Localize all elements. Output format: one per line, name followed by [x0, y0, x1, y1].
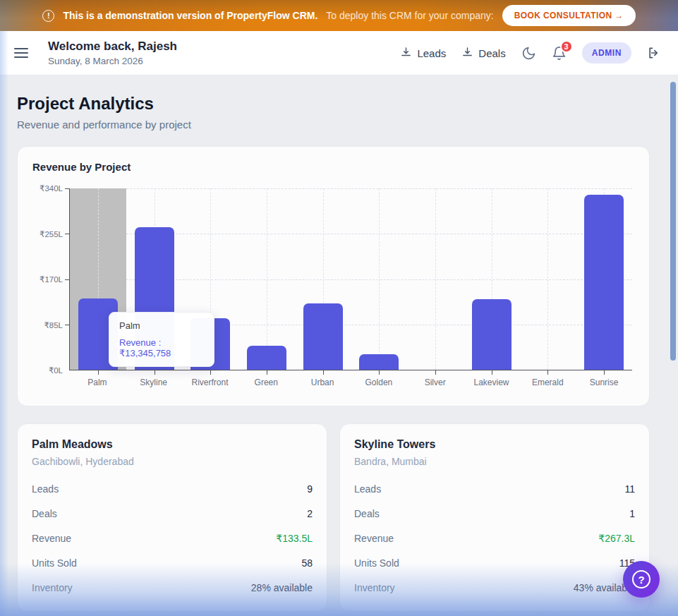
scrollbar-thumb[interactable] [670, 82, 676, 361]
x-tick-label: Skyline [126, 378, 182, 387]
demo-banner: ! This is a demonstration version of Pro… [0, 0, 678, 31]
logout-icon [647, 46, 661, 60]
stat-row-leads: Leads 9 [32, 480, 313, 498]
x-tick-label: Golden [351, 378, 407, 387]
chart-band-green [238, 188, 295, 370]
question-mark-icon: ? [632, 570, 650, 588]
stat-row-revenue: Revenue ₹133.5L [32, 529, 313, 548]
stat-row-deals: Deals 1 [354, 505, 635, 523]
chart-band-sunrise [576, 188, 632, 370]
project-name: Skyline Towers [354, 438, 635, 451]
main-content: Project Analytics Revenue and performanc… [0, 76, 678, 616]
project-location: Gachibowli, Hyderabad [32, 456, 313, 467]
stat-row-units-sold: Units Sold 58 [32, 554, 313, 572]
menu-icon[interactable] [14, 43, 34, 63]
page-subtitle: Revenue and performance by project [17, 119, 650, 131]
logout-button[interactable] [647, 46, 661, 60]
chart-band-lakeview [464, 188, 520, 370]
x-tick-label: Emerald [519, 378, 576, 387]
stat-row-leads: Leads 11 [354, 480, 635, 498]
chart-y-axis: ₹0L ₹85L ₹170L ₹255L ₹340L [32, 188, 69, 370]
revenue-chart-card: Revenue by Project ₹0L ₹85L ₹170L ₹255L … [17, 146, 650, 406]
x-tick-label: Sunrise [576, 378, 632, 387]
stat-row-deals: Deals 2 [32, 505, 313, 523]
x-tick-label: Urban [294, 378, 351, 387]
chart-band-emerald [520, 188, 576, 370]
banner-message: To deploy this CRM for your company: [326, 10, 493, 21]
notification-count-badge: 3 [560, 40, 573, 53]
x-tick-label: Palm [69, 378, 126, 387]
chart-band-silver [407, 188, 464, 370]
stat-row-units-sold: Units Sold 115 [354, 554, 635, 572]
chart-plot: Palm Revenue : ₹13,345,758 [69, 188, 632, 370]
help-button[interactable]: ? [623, 561, 660, 598]
bar-lakeview[interactable] [472, 299, 511, 370]
project-location: Bandra, Mumbai [354, 456, 635, 467]
x-tick-label: Riverfront [182, 378, 238, 387]
chart-x-labels: PalmSkylineRiverfrontGreenUrbanGoldenSil… [69, 378, 632, 387]
chart-band-golden [351, 188, 408, 370]
download-icon [400, 46, 412, 60]
tooltip-category: Palm [119, 320, 204, 331]
export-deals-button[interactable]: Deals [461, 46, 505, 60]
project-card-skyline-towers[interactable]: Skyline Towers Bandra, Mumbai Leads 11 D… [339, 423, 650, 612]
project-card-palm-meadows[interactable]: Palm Meadows Gachibowli, Hyderabad Leads… [17, 423, 327, 612]
x-tick-label: Lakeview [464, 378, 520, 387]
revenue-bar-chart: ₹0L ₹85L ₹170L ₹255L ₹340L Palm Revenue … [32, 188, 632, 370]
y-tick-label: ₹85L [44, 320, 63, 330]
x-tick-label: Green [238, 378, 294, 387]
y-tick-label: ₹0L [49, 366, 63, 375]
y-tick-label: ₹255L [40, 229, 63, 239]
moon-icon [521, 46, 536, 61]
bar-urban[interactable] [303, 303, 343, 370]
download-icon [461, 46, 473, 60]
y-tick-label: ₹170L [40, 274, 63, 284]
tooltip-value: Revenue : ₹13,345,758 [119, 337, 204, 358]
welcome-title: Welcome back, Rajesh [48, 40, 177, 54]
role-badge[interactable]: ADMIN [582, 42, 631, 64]
stat-row-inventory: Inventory 28% available [32, 579, 313, 597]
dark-mode-toggle[interactable] [521, 46, 536, 61]
welcome-block: Welcome back, Rajesh Sunday, 8 March 202… [48, 40, 177, 66]
bar-golden[interactable] [359, 354, 399, 370]
chart-band-urban [295, 188, 351, 370]
x-tick-label: Silver [407, 378, 464, 387]
stat-row-revenue: Revenue ₹267.3L [354, 529, 635, 548]
stat-row-inventory: Inventory 43% available [354, 579, 635, 597]
bar-sunrise[interactable] [584, 195, 624, 370]
notifications-button[interactable]: 3 [552, 46, 567, 61]
y-tick-label: ₹340L [40, 183, 63, 193]
chart-tooltip: Palm Revenue : ₹13,345,758 [109, 312, 214, 367]
bar-green[interactable] [247, 346, 286, 370]
current-date: Sunday, 8 March 2026 [48, 56, 177, 66]
alert-circle-icon: ! [42, 10, 54, 22]
export-leads-button[interactable]: Leads [400, 46, 446, 60]
project-cards-grid: Palm Meadows Gachibowli, Hyderabad Leads… [17, 423, 650, 616]
scrollbar-track[interactable] [669, 31, 678, 616]
project-name: Palm Meadows [32, 438, 313, 451]
chart-title: Revenue by Project [32, 161, 632, 173]
book-consultation-button[interactable]: BOOK CONSULTATION → [502, 5, 636, 26]
banner-message-bold: This is a demonstration version of Prope… [63, 10, 317, 21]
page-title: Project Analytics [17, 94, 650, 114]
header: Welcome back, Rajesh Sunday, 8 March 202… [0, 31, 678, 76]
